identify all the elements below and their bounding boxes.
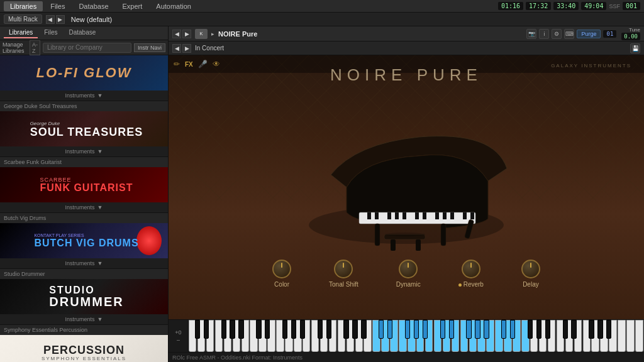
- preset-prev-arrow[interactable]: ◀: [172, 44, 181, 53]
- black-key[interactable]: [300, 320, 305, 339]
- nav-libraries[interactable]: Libraries: [4, 1, 43, 11]
- time-display-2: 17:32: [526, 2, 551, 10]
- svg-rect-11: [450, 212, 454, 219]
- library-search-input[interactable]: [43, 43, 131, 53]
- lofi-dropdown-icon[interactable]: ▼: [97, 92, 103, 99]
- butchvig-text-group: KONTAKT PLAY SERIES BUTCH VIG DRUMS: [29, 233, 138, 249]
- scarbee-dropdown-icon[interactable]: ▼: [97, 204, 103, 211]
- black-key[interactable]: [326, 320, 331, 339]
- black-key[interactable]: [204, 320, 209, 339]
- black-key[interactable]: [597, 320, 602, 339]
- butchvig-section-header[interactable]: Butch Vig Drums: [0, 213, 168, 223]
- black-key[interactable]: [221, 320, 226, 339]
- black-key[interactable]: [238, 320, 243, 339]
- studio-section-header[interactable]: Studio Drummer: [0, 269, 168, 279]
- black-key[interactable]: [282, 320, 287, 339]
- black-key[interactable]: [265, 320, 270, 339]
- tab-files[interactable]: Files: [39, 28, 62, 38]
- library-banner-percussion[interactable]: PERCUSSION SYMPHONY ESSENTIALS: [0, 335, 168, 362]
- pencil-icon[interactable]: ✏: [174, 60, 180, 69]
- library-banner-soul[interactable]: George Duke SOUL TREASURES: [0, 111, 168, 146]
- eye-icon[interactable]: 👁: [213, 60, 220, 69]
- black-key[interactable]: [343, 320, 348, 339]
- camera-icon[interactable]: 📷: [526, 29, 536, 39]
- library-banner-studio[interactable]: STUDIO DRUMMER: [0, 279, 168, 314]
- black-key[interactable]: [528, 320, 533, 339]
- knob-tonal[interactable]: [334, 260, 353, 278]
- knob-delay[interactable]: [521, 260, 540, 278]
- black-key[interactable]: [423, 320, 428, 339]
- library-section-butchvig: Butch Vig Drums KONTAKT PLAY SERIES BUTC…: [0, 213, 168, 269]
- library-banner-lofi[interactable]: LO-FI GLOW: [0, 55, 168, 90]
- preset-next-arrow[interactable]: ▶: [182, 44, 191, 53]
- info-icon[interactable]: i: [539, 29, 549, 39]
- manage-libraries-btn[interactable]: Manage Libraries: [3, 41, 27, 54]
- soul-section-header[interactable]: George Duke Soul Treasures: [0, 101, 168, 111]
- black-key[interactable]: [414, 320, 419, 339]
- black-key[interactable]: [440, 320, 445, 339]
- lofi-footer-label: Instruments: [65, 92, 95, 99]
- black-key[interactable]: [361, 320, 366, 339]
- black-key[interactable]: [475, 320, 480, 339]
- black-key[interactable]: [256, 320, 261, 339]
- inst-next-arrow[interactable]: ▶: [182, 30, 191, 38]
- black-key[interactable]: [545, 320, 550, 339]
- svg-rect-3: [375, 212, 379, 219]
- preset-save-icon[interactable]: 💾: [630, 43, 640, 53]
- white-key[interactable]: [635, 320, 643, 352]
- piano-keyboard-area: +0 –: [169, 320, 644, 352]
- scarbee-section-header[interactable]: Scarbee Funk Guitarist: [0, 157, 168, 167]
- nav-expert[interactable]: Expert: [116, 1, 149, 11]
- percussion-section-title: Symphony Essentials Percussion: [4, 327, 87, 333]
- multirack-button[interactable]: Multi Rack: [4, 14, 42, 24]
- black-key[interactable]: [563, 320, 568, 339]
- black-key[interactable]: [449, 320, 454, 339]
- mic-icon[interactable]: 🎤: [198, 60, 208, 69]
- settings-icon[interactable]: ⚙: [552, 29, 562, 39]
- studio-dropdown-icon[interactable]: ▼: [97, 316, 103, 322]
- white-key[interactable]: [626, 320, 634, 352]
- black-key[interactable]: [230, 320, 235, 339]
- knob-dynamic[interactable]: [399, 260, 418, 278]
- black-key[interactable]: [318, 320, 323, 339]
- nav-database[interactable]: Database: [72, 1, 114, 11]
- tab-prev-arrow[interactable]: ◀: [46, 15, 55, 24]
- sidebar-tabs: Libraries Files Database: [4, 28, 101, 38]
- nav-files[interactable]: Files: [44, 1, 71, 11]
- black-key[interactable]: [195, 320, 200, 339]
- butchvig-footer-label: Instruments: [65, 260, 95, 266]
- inst-prev-arrow[interactable]: ◀: [172, 30, 181, 38]
- keyboard-icon[interactable]: ⌨: [564, 29, 574, 39]
- knob-color[interactable]: [272, 260, 291, 278]
- instr-navi-btn[interactable]: Instr Navi: [134, 43, 165, 52]
- black-key[interactable]: [606, 320, 611, 339]
- black-key[interactable]: [536, 320, 541, 339]
- soul-dropdown-icon[interactable]: ▼: [97, 148, 103, 155]
- scarbee-banner-image: SCARBEE FUNK GUITARIST: [0, 167, 168, 202]
- tab-next-arrow[interactable]: ▶: [56, 15, 65, 24]
- black-key[interactable]: [510, 320, 515, 339]
- tab-libraries[interactable]: Libraries: [4, 28, 38, 38]
- fx-button[interactable]: FX: [185, 61, 193, 68]
- black-key[interactable]: [466, 320, 471, 339]
- black-key[interactable]: [589, 320, 594, 339]
- purge-button[interactable]: Purge: [577, 30, 601, 38]
- library-banner-scarbee[interactable]: SCARBEE FUNK GUITARIST: [0, 167, 168, 202]
- white-key[interactable]: [618, 320, 625, 352]
- library-banner-butchvig[interactable]: KONTAKT PLAY SERIES BUTCH VIG DRUMS: [0, 223, 168, 258]
- black-key[interactable]: [571, 320, 576, 339]
- knob-reverb[interactable]: [462, 260, 480, 278]
- svg-rect-10: [443, 212, 447, 219]
- black-key[interactable]: [387, 320, 392, 339]
- nav-automation[interactable]: Automation: [150, 1, 197, 11]
- black-key[interactable]: [352, 320, 357, 339]
- tab-database[interactable]: Database: [64, 28, 101, 38]
- black-key[interactable]: [379, 320, 384, 339]
- percussion-section-header[interactable]: Symphony Essentials Percussion: [0, 325, 168, 335]
- butchvig-dropdown-icon[interactable]: ▼: [97, 260, 103, 266]
- black-key[interactable]: [291, 320, 296, 339]
- black-key[interactable]: [484, 320, 489, 339]
- black-key[interactable]: [501, 320, 506, 339]
- instrument-name: NOIRE Pure: [218, 30, 257, 38]
- black-key[interactable]: [405, 320, 410, 339]
